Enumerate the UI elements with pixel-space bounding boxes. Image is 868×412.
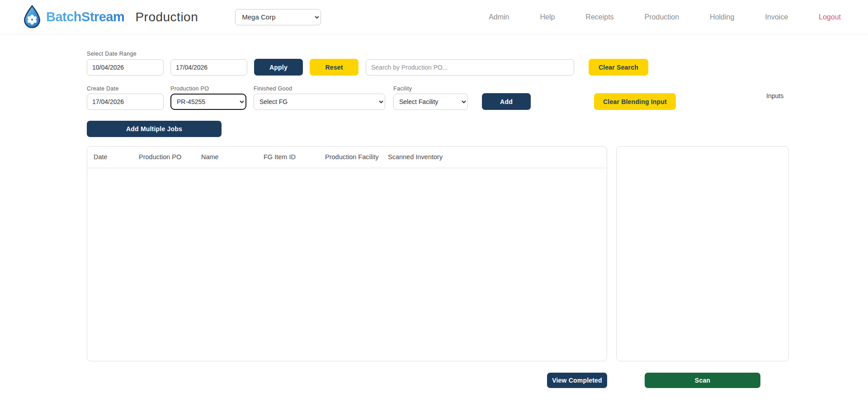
app-header: BatchStream Production Mega Corp Admin H… [0,0,868,34]
facility-label: Facility [393,85,468,92]
create-date-field: Create Date [87,85,164,110]
company-select[interactable]: Mega Corp [235,9,321,25]
jobs-table-header-row: Date Production PO Name FG Item ID Produ… [87,147,607,168]
nav-invoice[interactable]: Invoice [765,13,788,21]
col-date: Date [87,147,139,168]
bottom-actions: View Completed Scan [87,373,868,388]
filter-row: Apply Reset Clear Search [87,59,868,76]
app-logo: BatchStream [22,5,124,30]
nav-logout[interactable]: Logout [819,13,841,21]
scan-button[interactable]: Scan [645,373,760,388]
create-date-label: Create Date [87,85,164,92]
view-completed-button[interactable]: View Completed [547,373,607,388]
col-fg-item-id: FG Item ID [264,147,325,168]
nav-holding[interactable]: Holding [710,13,734,21]
col-scanned-inventory: Scanned Inventory [388,147,607,168]
bottom-right-area: Scan [616,373,789,388]
droplet-gear-logo-icon [22,5,42,30]
logo-text: BatchStream [46,9,124,24]
production-po-select[interactable]: PR-45255 [170,94,246,110]
facility-select[interactable]: Select Facility [393,94,468,110]
col-production-po: Production PO [139,147,201,168]
create-date-input[interactable] [87,94,164,110]
clear-blending-input-button[interactable]: Clear Blending Input [594,93,676,110]
inputs-label: Inputs [766,92,783,104]
finished-good-label: Finished Good [254,85,385,92]
jobs-table: Date Production PO Name FG Item ID Produ… [87,147,607,168]
add-multiple-jobs-button[interactable]: Add Multiple Jobs [87,121,222,137]
main-content: Select Date Range Apply Reset Clear Sear… [0,34,868,388]
search-input[interactable] [366,59,574,76]
clear-search-button[interactable]: Clear Search [589,59,648,76]
main-nav: Admin Help Receipts Production Holding I… [489,13,841,21]
job-form-row: Create Date Production PO PR-45255 Finis… [87,85,868,110]
jobs-table-panel: Date Production PO Name FG Item ID Produ… [87,146,607,361]
nav-help[interactable]: Help [540,13,555,21]
nav-receipts[interactable]: Receipts [585,13,613,21]
nav-production[interactable]: Production [645,13,679,21]
bottom-left-area: View Completed [87,373,607,388]
panels-row: Date Production PO Name FG Item ID Produ… [87,146,868,361]
page-title: Production [135,10,198,24]
scanned-inventory-panel [616,146,789,361]
nav-admin[interactable]: Admin [489,13,509,21]
col-production-facility: Production Facility [325,147,388,168]
add-button[interactable]: Add [482,93,531,110]
apply-button[interactable]: Apply [254,59,303,76]
facility-field: Facility Select Facility [393,85,468,110]
finished-good-field: Finished Good Select FG [254,85,385,110]
finished-good-select[interactable]: Select FG [254,94,385,110]
date-to-input[interactable] [170,59,247,76]
col-name: Name [201,147,264,168]
date-range-label: Select Date Range [87,51,868,57]
reset-button[interactable]: Reset [310,59,359,76]
date-from-input[interactable] [87,59,164,76]
production-po-field: Production PO PR-45255 [170,85,246,110]
production-po-label: Production PO [170,85,246,92]
